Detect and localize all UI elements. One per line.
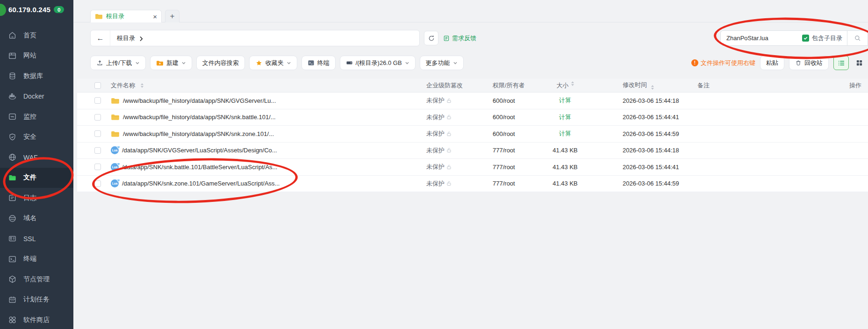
sidebar-item-waf[interactable]: WAF — [0, 147, 73, 168]
close-tab-icon[interactable]: × — [153, 13, 157, 20]
header-name: 文件名称 — [105, 81, 426, 90]
row-checkbox-cell — [77, 147, 105, 154]
sidebar-item-files[interactable]: 文件 — [0, 168, 73, 188]
calc-size-link[interactable]: 计算 — [559, 129, 571, 138]
file-name: /www/backup/file_history/data/app/SNK/sn… — [123, 114, 276, 121]
content-search-button[interactable]: 文件内容搜索 — [196, 56, 245, 70]
calc-size-link[interactable]: 计算 — [559, 96, 571, 105]
calc-size-link[interactable]: 计算 — [559, 113, 571, 122]
chevron-down-icon — [453, 61, 458, 65]
file-name-cell[interactable]: /www/backup/file_history/data/app/SNK/sn… — [105, 114, 426, 121]
sidebar: 60.179.0.245 0 首页 网站 数据库 Docker 监控 — [0, 0, 73, 329]
breadcrumb[interactable]: 根目录 — [110, 34, 139, 43]
row-checkbox[interactable] — [94, 130, 101, 137]
size-cell: 计算 — [550, 129, 581, 138]
sidebar-item-logs[interactable]: 日志 — [0, 188, 73, 208]
sidebar-item-label: 数据库 — [23, 72, 43, 80]
file-name-cell[interactable]: Lua /data/app/SNK/snk.zone.101/GameServe… — [105, 179, 426, 187]
table-row[interactable]: /www/backup/file_history/data/app/SNK/sn… — [77, 109, 868, 126]
more-functions-label: 更多功能 — [426, 59, 450, 67]
upload-icon — [96, 59, 103, 66]
file-name-cell[interactable]: /www/backup/file_history/data/app/SNK/sn… — [105, 130, 426, 137]
svg-text:www: www — [10, 218, 15, 221]
select-all-checkbox[interactable] — [94, 82, 101, 89]
sidebar-menu: 首页 网站 数据库 Docker 监控 安全 — [0, 25, 73, 329]
row-checkbox[interactable] — [94, 147, 101, 154]
table-row[interactable]: /www/backup/file_history/data/app/SNK/sn… — [77, 126, 868, 143]
upload-download-button[interactable]: 上传/下载 — [90, 56, 146, 70]
sidebar-item-security[interactable]: 安全 — [0, 127, 73, 148]
row-checkbox[interactable] — [94, 97, 101, 104]
paste-button[interactable]: 粘贴 — [760, 56, 784, 70]
table-row[interactable]: Lua /data/app/SNK/snk.battle.101/BattleS… — [77, 159, 868, 176]
file-name-cell[interactable]: Lua /data/app/SNK/snk.battle.101/BattleS… — [105, 163, 426, 171]
search-input[interactable] — [721, 35, 802, 42]
tamper-label: 未保护 — [426, 96, 445, 105]
sidebar-item-domain[interactable]: www 域名 — [0, 208, 73, 229]
trash-icon — [795, 60, 802, 66]
file-name-cell[interactable]: Lua /data/app/SNK/GVGServer/LuaScript/As… — [105, 146, 426, 154]
sidebar-item-monitor[interactable]: 监控 — [0, 107, 73, 127]
row-checkbox-cell — [77, 114, 105, 121]
more-functions-button[interactable]: 更多功能 — [420, 56, 464, 70]
header-tamper: 企业级防篡改 — [426, 81, 493, 90]
grid-view-icon — [856, 59, 863, 66]
sidebar-item-label: 文件 — [23, 173, 36, 182]
breadcrumb-bar: ← 根目录 — [90, 30, 420, 46]
sidebar-item-label: 节点管理 — [23, 275, 50, 284]
table-row[interactable]: /www/backup/file_history/data/app/SNK/GV… — [77, 93, 868, 109]
header-note: 备注 — [697, 81, 831, 90]
terminal-button[interactable]: 终端 — [301, 56, 336, 70]
cron-icon — [8, 295, 17, 304]
table-row[interactable]: Lua /data/app/SNK/snk.zone.101/GameServe… — [77, 176, 868, 193]
favorites-button[interactable]: 收藏夹 — [249, 56, 297, 70]
search-button[interactable] — [847, 31, 868, 45]
terminal-icon — [8, 255, 17, 264]
list-view-button[interactable] — [833, 56, 849, 70]
sidebar-item-node-manage[interactable]: 节点管理 — [0, 269, 73, 290]
sidebar-item-home[interactable]: 首页 — [0, 25, 73, 46]
file-name: /www/backup/file_history/data/app/SNK/sn… — [123, 130, 274, 137]
header-size-label: 大小 — [557, 81, 569, 90]
sidebar-item-website[interactable]: 网站 — [0, 46, 73, 66]
sidebar-item-label: SSL — [23, 235, 36, 243]
header-mtime-label: 修改时间 — [623, 81, 647, 89]
include-subdir-checkbox[interactable] — [802, 35, 809, 42]
row-checkbox[interactable] — [94, 164, 101, 170]
table-row[interactable]: Lua /data/app/SNK/GVGServer/LuaScript/As… — [77, 143, 868, 159]
header-name-label: 文件名称 — [111, 81, 135, 90]
recycle-bin-button[interactable]: 回收站 — [789, 56, 829, 70]
sidebar-item-cron[interactable]: 计划任务 — [0, 290, 73, 310]
new-folder-icon — [156, 60, 164, 66]
sidebar-item-app-store[interactable]: 软件商店 — [0, 310, 73, 329]
owner-cell: 777/root — [493, 147, 550, 154]
chevron-down-icon — [405, 61, 409, 65]
row-checkbox-cell — [77, 97, 105, 104]
mtime-cell: 2026-03-06 15:44:41 — [581, 114, 697, 121]
files-icon — [8, 173, 17, 182]
unlock-icon — [446, 164, 452, 170]
grid-view-button[interactable] — [852, 56, 867, 70]
domain-icon: www — [8, 214, 17, 223]
add-tab-button[interactable]: + — [165, 10, 179, 22]
feedback-link[interactable]: 需求反馈 — [443, 34, 476, 43]
sidebar-item-ssl[interactable]: SSL — [0, 229, 73, 249]
row-checkbox[interactable] — [94, 114, 101, 121]
mtime-cell: 2026-03-06 15:44:18 — [581, 97, 697, 104]
sort-icon[interactable] — [651, 85, 654, 90]
waf-icon — [8, 153, 17, 162]
lua-file-icon: Lua — [111, 179, 119, 187]
file-name-cell[interactable]: /www/backup/file_history/data/app/SNK/GV… — [105, 97, 426, 104]
back-button[interactable]: ← — [91, 30, 110, 46]
disk-select-button[interactable]: /(根目录)26.0 GB — [340, 56, 416, 70]
notification-badge[interactable]: 0 — [54, 6, 64, 13]
sort-icon[interactable] — [571, 81, 574, 90]
sidebar-item-docker[interactable]: Docker — [0, 86, 73, 107]
tab-root-directory[interactable]: 根目录 × — [90, 10, 162, 22]
new-button[interactable]: 新建 — [150, 56, 192, 70]
sidebar-item-terminal[interactable]: 终端 — [0, 249, 73, 270]
sort-icon[interactable] — [141, 83, 143, 88]
sidebar-item-database[interactable]: 数据库 — [0, 66, 73, 86]
refresh-button[interactable] — [424, 31, 438, 45]
row-checkbox[interactable] — [94, 180, 101, 187]
